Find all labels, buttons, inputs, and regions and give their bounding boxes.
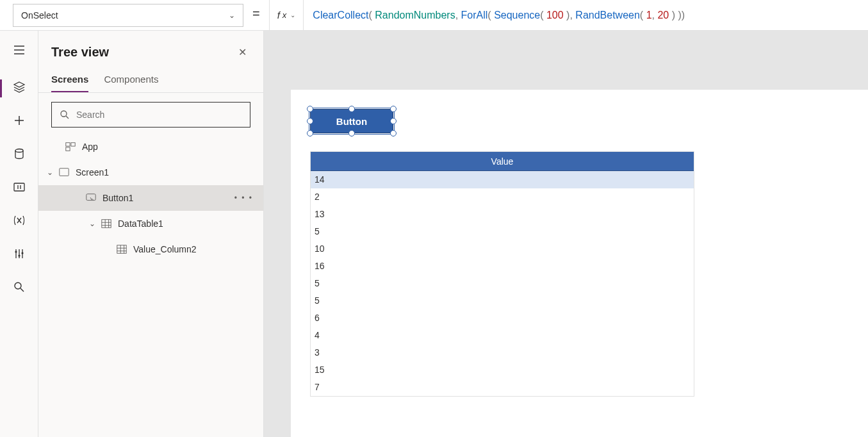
media-icon: [13, 181, 26, 196]
formula-token: ClearCollect: [313, 10, 368, 21]
datatable-row[interactable]: 13: [311, 206, 694, 223]
resize-handle-tl[interactable]: [307, 106, 313, 112]
tree-search-box[interactable]: [51, 102, 250, 128]
data-icon: [13, 147, 26, 163]
screen-icon: [58, 166, 70, 179]
hamburger-icon: [13, 44, 26, 59]
chevron-down-icon: ⌄: [229, 11, 235, 20]
tab-screens[interactable]: Screens: [51, 69, 88, 92]
rail-search-button[interactable]: [0, 272, 38, 305]
resize-handle-tr[interactable]: [390, 106, 397, 112]
datatable-row[interactable]: 15: [311, 361, 694, 379]
property-selector[interactable]: OnSelect ⌄: [13, 4, 243, 27]
formula-token: (: [369, 10, 375, 21]
tree-item-label: Button1: [102, 193, 231, 203]
formula-token: 1: [646, 10, 652, 21]
left-rail: [0, 31, 38, 437]
datatable-row[interactable]: 7: [311, 379, 694, 396]
svg-point-5: [15, 283, 21, 289]
tree-item-label: Screen1: [76, 167, 257, 177]
resize-handle-br[interactable]: [390, 130, 397, 136]
tree-view-panel: Tree view ✕ Screens Components App⌄Scree…: [38, 31, 264, 437]
equals-sign: =: [250, 6, 269, 24]
expand-toggle[interactable]: ⌄: [45, 168, 55, 177]
rail-hamburger-button[interactable]: [0, 35, 38, 68]
table-icon: [115, 243, 128, 256]
tree-item-screen1[interactable]: ⌄Screen1: [38, 160, 263, 185]
svg-rect-9: [71, 143, 75, 146]
tree-search-input[interactable]: [76, 110, 242, 120]
datatable-row[interactable]: 6: [311, 309, 694, 327]
tree-view-title: Tree view: [51, 45, 109, 60]
formula-token: RandBetween: [575, 10, 640, 21]
tab-components[interactable]: Components: [104, 69, 158, 92]
resize-handle-r[interactable]: [390, 118, 397, 124]
formula-token: (: [487, 10, 494, 21]
datatable-row[interactable]: 2: [311, 188, 694, 206]
app-icon: [64, 140, 77, 153]
tree-item-button1[interactable]: Button1• • •: [38, 185, 263, 211]
table-icon: [100, 217, 113, 230]
formula-token: ,: [455, 10, 461, 21]
rail-insert-button[interactable]: [0, 105, 38, 138]
resize-handle-t[interactable]: [348, 106, 355, 112]
svg-rect-10: [66, 147, 70, 151]
property-selector-value: OnSelect: [21, 10, 58, 21]
tree-item-dt1[interactable]: ⌄DataTable1: [38, 211, 263, 236]
rail-variables-button[interactable]: [0, 205, 38, 238]
more-icon[interactable]: • • •: [231, 194, 257, 202]
rail-media-button[interactable]: [0, 172, 38, 205]
tree-icon: [13, 81, 26, 96]
svg-point-0: [15, 149, 23, 153]
formula-token: ),: [564, 10, 576, 21]
datatable-row[interactable]: 3: [311, 344, 694, 361]
resize-handle-bl[interactable]: [307, 130, 313, 136]
svg-point-3: [18, 254, 20, 256]
resize-handle-b[interactable]: [348, 130, 355, 136]
control-button1-selection[interactable]: Button: [310, 109, 393, 133]
tree-item-col1[interactable]: Value_Column2: [38, 236, 263, 262]
svg-line-7: [66, 116, 69, 119]
datatable-row[interactable]: 14: [311, 171, 694, 188]
datatable-row[interactable]: 5: [311, 223, 694, 240]
chevron-down-icon: ⌄: [290, 12, 295, 19]
formula-token: (: [540, 10, 546, 21]
rail-tree-button[interactable]: [0, 72, 38, 105]
datatable-row[interactable]: 10: [311, 240, 694, 258]
control-datatable1[interactable]: Value 142135101655643157: [310, 151, 694, 397]
expand-toggle[interactable]: ⌄: [87, 219, 97, 228]
rail-data-button[interactable]: [0, 138, 38, 172]
canvas[interactable]: Button Value 142135101655643157: [264, 31, 868, 437]
resize-handle-l[interactable]: [307, 118, 313, 124]
tree-list: App⌄Screen1Button1• • •⌄DataTable1Value_…: [38, 134, 263, 437]
button-icon: [85, 192, 97, 204]
svg-rect-12: [86, 194, 95, 201]
formula-token: 100: [546, 10, 564, 21]
svg-rect-11: [60, 169, 69, 176]
svg-rect-1: [14, 183, 24, 191]
artboard-screen1[interactable]: Button Value 142135101655643157: [291, 90, 868, 437]
variables-icon: [13, 214, 26, 229]
formula-token: ForAll: [461, 10, 488, 21]
formula-token: ,: [652, 10, 658, 21]
formula-token: 20: [657, 10, 669, 21]
search-icon: [60, 110, 70, 120]
datatable-row[interactable]: 5: [311, 292, 694, 309]
svg-rect-8: [66, 143, 70, 146]
formula-token: (: [640, 10, 646, 21]
fx-expand-button[interactable]: fx ⌄: [269, 0, 304, 30]
close-icon[interactable]: ✕: [234, 42, 250, 62]
insert-icon: [13, 114, 26, 129]
datatable-row[interactable]: 16: [311, 258, 694, 275]
tree-item-app[interactable]: App: [38, 134, 263, 160]
rail-advanced-button[interactable]: [0, 238, 38, 272]
datatable-row[interactable]: 5: [311, 275, 694, 292]
advanced-icon: [13, 247, 26, 263]
svg-point-4: [21, 252, 23, 254]
formula-token: RandomNumbers: [375, 10, 455, 21]
datatable-header-value[interactable]: Value: [311, 152, 694, 171]
datatable-row[interactable]: 4: [311, 327, 694, 344]
formula-input[interactable]: ClearCollect( RandomNumbers, ForAll( Seq…: [303, 0, 868, 30]
formula-token: ) )): [669, 10, 685, 21]
svg-rect-14: [117, 245, 126, 254]
